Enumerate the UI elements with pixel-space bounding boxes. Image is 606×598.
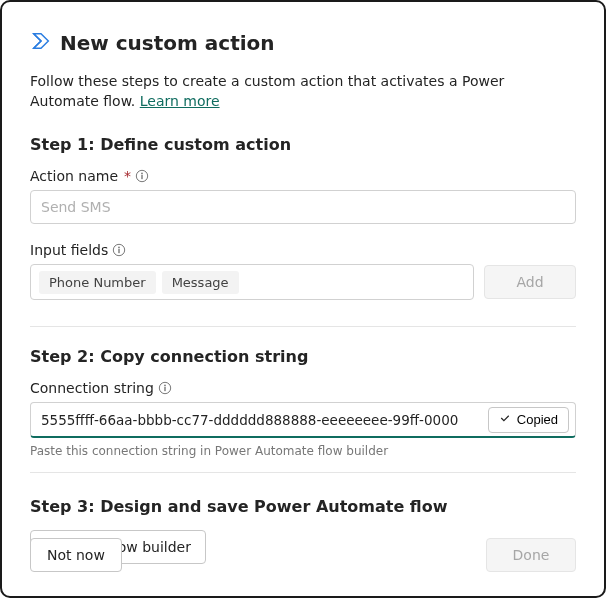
- custom-action-icon: [30, 30, 52, 56]
- modal-title: New custom action: [60, 31, 275, 55]
- action-name-input[interactable]: [30, 190, 576, 224]
- info-icon[interactable]: [158, 381, 172, 395]
- connection-string-box: 5555ffff-66aa-bbbb-cc77-dddddd888888-eee…: [30, 402, 576, 438]
- required-indicator: *: [124, 168, 131, 184]
- copy-connection-string-button[interactable]: Copied: [488, 407, 569, 433]
- input-fields-chipbox[interactable]: Phone Number Message: [30, 264, 474, 300]
- connection-string-hint: Paste this connection string in Power Au…: [30, 444, 576, 458]
- svg-rect-8: [164, 387, 165, 391]
- svg-point-7: [164, 385, 166, 387]
- add-input-field-button: Add: [484, 265, 576, 299]
- info-icon[interactable]: [112, 243, 126, 257]
- step-2-section: Step 2: Copy connection string Connectio…: [30, 347, 576, 464]
- modal-header: New custom action: [30, 30, 576, 56]
- step-1-section: Step 1: Define custom action Action name…: [30, 135, 576, 318]
- modal-footer: Not now Done: [30, 538, 576, 572]
- connection-string-value[interactable]: 5555ffff-66aa-bbbb-cc77-dddddd888888-eee…: [41, 412, 488, 428]
- input-fields-block: Input fields Phone Number Message Add: [30, 242, 576, 300]
- not-now-button[interactable]: Not now: [30, 538, 122, 572]
- info-icon[interactable]: [135, 169, 149, 183]
- input-fields-label: Input fields: [30, 242, 108, 258]
- instruction-text: Follow these steps to create a custom ac…: [30, 72, 576, 111]
- action-name-field: Action name *: [30, 168, 576, 224]
- done-button: Done: [486, 538, 576, 572]
- svg-rect-5: [119, 249, 120, 253]
- step-1-title: Step 1: Define custom action: [30, 135, 576, 154]
- svg-point-1: [141, 173, 143, 175]
- connection-string-label: Connection string: [30, 380, 154, 396]
- learn-more-link[interactable]: Learn more: [140, 93, 220, 109]
- action-name-label: Action name: [30, 168, 118, 184]
- checkmark-icon: [499, 412, 511, 427]
- step-2-title: Step 2: Copy connection string: [30, 347, 576, 366]
- divider: [30, 472, 576, 473]
- chip-message[interactable]: Message: [162, 271, 239, 294]
- chip-phone-number[interactable]: Phone Number: [39, 271, 156, 294]
- divider: [30, 326, 576, 327]
- new-custom-action-modal: New custom action Follow these steps to …: [0, 0, 606, 598]
- svg-point-4: [118, 247, 120, 249]
- copied-label: Copied: [517, 412, 558, 427]
- step-3-title: Step 3: Design and save Power Automate f…: [30, 497, 576, 516]
- svg-rect-2: [141, 175, 142, 179]
